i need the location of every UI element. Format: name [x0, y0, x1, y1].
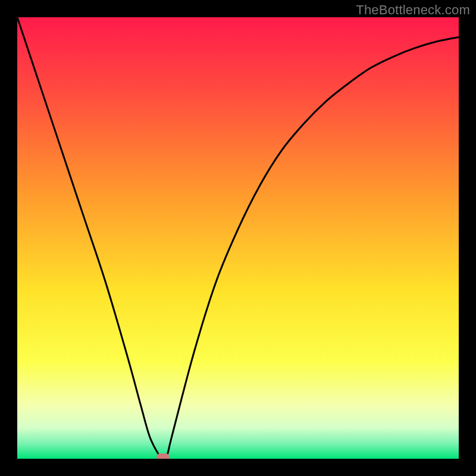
plot-area — [17, 17, 459, 459]
bottleneck-curve — [17, 17, 459, 459]
chart-frame: TheBottleneck.com — [0, 0, 476, 476]
watermark-text: TheBottleneck.com — [356, 2, 470, 18]
curve-layer — [17, 17, 459, 459]
optimum-marker — [156, 453, 170, 459]
